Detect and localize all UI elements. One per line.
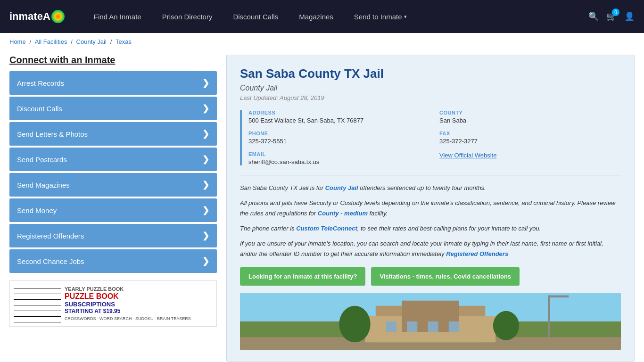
ad-puzzle-title: PUZZLE BOOK (65, 292, 213, 301)
search-icon[interactable]: 🔍 (588, 11, 599, 22)
arrow-icon-send-magazines: ❯ (202, 180, 209, 190)
arrow-icon-send-money: ❯ (202, 205, 209, 215)
logo-text: inmateA (9, 10, 50, 23)
sidebar-label-discount-calls: Discount Calls (17, 105, 62, 113)
sidebar-label-send-letters: Send Letters & Photos (17, 130, 88, 138)
county-label: COUNTY (439, 110, 621, 115)
chevron-down-icon: ▾ (404, 14, 407, 20)
nav-send-to-inmate[interactable]: Send to Inmate ▾ (344, 13, 417, 21)
site-header: inmateA Find An Inmate Prison Directory … (0, 0, 644, 33)
ad-yearly-label: YEARLY PUZZLE BOOK (65, 286, 213, 292)
description-section: San Saba County TX Jail is for County Ja… (240, 183, 621, 260)
svg-rect-8 (428, 321, 438, 332)
sidebar-label-send-magazines: Send Magazines (17, 181, 70, 189)
county-jail-link-1[interactable]: County Jail (325, 184, 358, 191)
registered-offenders-link[interactable]: Registered Offenders (446, 250, 508, 257)
logo-icon (51, 10, 65, 23)
breadcrumb: Home / All Facilities / County Jail / Te… (9, 38, 132, 45)
website-block: View Official Website (439, 151, 621, 165)
sidebar-item-discount-calls[interactable]: Discount Calls ❯ (9, 97, 217, 120)
main-nav: Find An Inmate Prison Directory Discount… (83, 13, 588, 21)
breadcrumb-county-jail[interactable]: County Jail (76, 38, 107, 45)
email-value: sheriff@co.san-saba.tx.us (248, 158, 430, 165)
facility-photo-svg (240, 293, 621, 350)
breadcrumb-state[interactable]: Texas (116, 38, 132, 45)
breadcrumb-bar: Home / All Facilities / County Jail / Te… (0, 33, 644, 50)
facility-content: San Saba County TX Jail County Jail Last… (226, 55, 635, 362)
svg-rect-7 (407, 321, 417, 332)
sidebar: Connect with an Inmate Arrest Records ❯ … (9, 55, 217, 362)
breadcrumb-home[interactable]: Home (9, 38, 26, 45)
fax-block: FAX 325-372-3277 (439, 131, 621, 145)
svg-rect-12 (548, 295, 550, 337)
cart-icon[interactable]: 🛒 0 (606, 11, 617, 22)
arrow-icon-arrest-records: ❯ (202, 78, 209, 88)
header-icons: 🔍 🛒 0 👤 (588, 11, 635, 22)
address-block: ADDRESS 500 East Wallace St, San Saba, T… (248, 110, 430, 124)
ad-text: YEARLY PUZZLE BOOK PUZZLE BOOK SUBSCRIPT… (65, 286, 213, 321)
ad-price: STARTING AT $19.95 (65, 308, 213, 314)
svg-point-11 (493, 311, 519, 340)
breadcrumb-all-facilities[interactable]: All Facilities (35, 38, 67, 45)
desc-para-4: If you are unsure of your inmate's locat… (240, 239, 621, 259)
sidebar-label-second-chance-jobs: Second Chance Jobs (17, 257, 84, 265)
ad-banner[interactable]: YEARLY PUZZLE BOOK PUZZLE BOOK SUBSCRIPT… (9, 280, 217, 327)
svg-rect-9 (449, 321, 459, 332)
last-updated: Last Updated: August 28, 2019 (240, 94, 621, 101)
sidebar-item-send-letters[interactable]: Send Letters & Photos ❯ (9, 122, 217, 146)
desc-para-3: The phone carrier is Custom TeleConnect,… (240, 223, 621, 234)
nav-discount-calls[interactable]: Discount Calls (223, 13, 289, 21)
sidebar-title: Connect with an Inmate (9, 55, 217, 66)
teleconnect-link[interactable]: Custom TeleConnect (296, 225, 357, 232)
county-block: COUNTY San Saba (439, 110, 621, 124)
sidebar-item-send-money[interactable]: Send Money ❯ (9, 198, 217, 222)
sidebar-label-registered-offenders: Registered Offenders (17, 232, 84, 240)
fax-value: 325-372-3277 (439, 138, 621, 145)
arrow-icon-send-postcards: ❯ (202, 154, 209, 165)
main-content: Connect with an Inmate Arrest Records ❯ … (0, 50, 644, 362)
nav-magazines[interactable]: Magazines (289, 13, 344, 21)
sidebar-item-arrest-records[interactable]: Arrest Records ❯ (9, 71, 217, 95)
arrow-icon-registered-offenders: ❯ (202, 230, 209, 241)
breadcrumb-sep3: / (110, 38, 114, 45)
svg-rect-6 (386, 321, 396, 332)
visitations-btn[interactable]: Visitations - times, rules, Covid cancel… (371, 267, 520, 286)
sidebar-label-arrest-records: Arrest Records (17, 79, 64, 87)
sidebar-item-send-postcards[interactable]: Send Postcards ❯ (9, 148, 217, 171)
phone-block: PHONE 325-372-5551 (248, 131, 430, 145)
facility-photo (240, 293, 621, 350)
sidebar-item-send-magazines[interactable]: Send Magazines ❯ (9, 173, 217, 197)
cta-buttons: Looking for an inmate at this facility? … (240, 267, 621, 286)
sidebar-label-send-money: Send Money (17, 206, 57, 214)
official-website-link[interactable]: View Official Website (439, 152, 496, 159)
sidebar-item-second-chance-jobs[interactable]: Second Chance Jobs ❯ (9, 249, 217, 273)
cart-badge: 0 (612, 8, 619, 16)
find-inmate-btn[interactable]: Looking for an inmate at this facility? (240, 267, 365, 286)
county-medium-link[interactable]: County - medium (318, 210, 368, 217)
nav-prison-directory[interactable]: Prison Directory (152, 13, 223, 21)
facility-name: San Saba County TX Jail (240, 66, 621, 81)
ad-banner-inner: YEARLY PUZZLE BOOK PUZZLE BOOK SUBSCRIPT… (10, 281, 216, 326)
divider (240, 175, 621, 175)
sidebar-menu: Arrest Records ❯ Discount Calls ❯ Send L… (9, 71, 217, 273)
logo[interactable]: inmateA (9, 10, 65, 23)
fax-label: FAX (439, 131, 621, 136)
arrow-icon-send-letters: ❯ (202, 129, 209, 139)
sidebar-item-registered-offenders[interactable]: Registered Offenders ❯ (9, 224, 217, 247)
puzzle-grid-image (14, 285, 61, 322)
breadcrumb-sep2: / (71, 38, 74, 45)
phone-value: 325-372-5551 (248, 138, 430, 145)
nav-find-inmate[interactable]: Find An Inmate (83, 13, 152, 21)
address-value: 500 East Wallace St, San Saba, TX 76877 (248, 117, 430, 124)
ad-subscriptions-title: SUBSCRIPTIONS (65, 301, 213, 308)
sidebar-label-send-postcards: Send Postcards (17, 156, 67, 164)
user-icon[interactable]: 👤 (624, 11, 635, 22)
breadcrumb-sep1: / (30, 38, 33, 45)
svg-point-10 (339, 305, 370, 342)
desc-para-1: San Saba County TX Jail is for County Ja… (240, 183, 621, 193)
county-value: San Saba (439, 117, 621, 124)
email-block: EMAIL sheriff@co.san-saba.tx.us (248, 151, 430, 165)
svg-rect-13 (548, 295, 569, 297)
info-grid: ADDRESS 500 East Wallace St, San Saba, T… (248, 110, 621, 165)
phone-label: PHONE (248, 131, 430, 136)
